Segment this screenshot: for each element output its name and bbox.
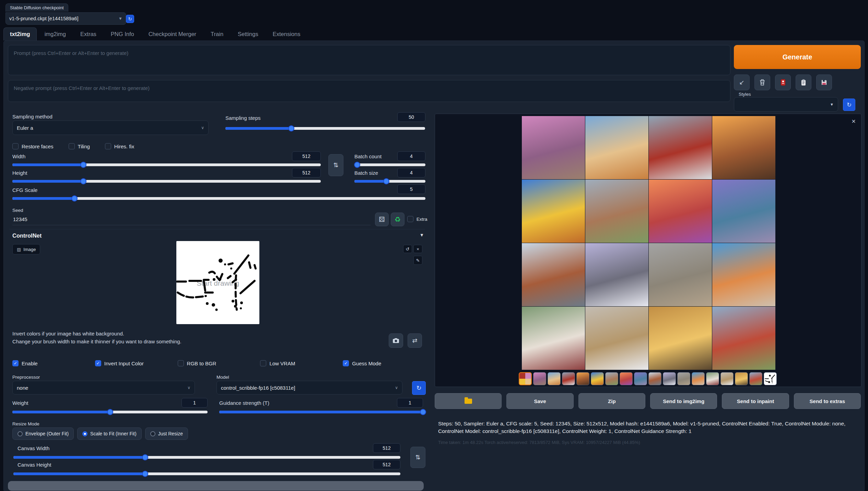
canvas-width-slider[interactable] (13, 454, 400, 460)
checkbox-rgb-to-bgr[interactable]: ✓RGB to BGR (178, 360, 260, 366)
thumbnail-colorful-street-blue-sky[interactable] (692, 372, 705, 385)
weight-value[interactable]: 1 (181, 398, 208, 408)
checkbox-restore-faces[interactable]: ✓Restore faces (12, 143, 54, 149)
radio-scale-to-fit-inner-fit-[interactable]: Scale to Fit (Inner Fit) (77, 427, 142, 440)
gallery-image-stone-house-gray-sky[interactable] (585, 180, 648, 243)
checkbox-guess-mode[interactable]: ✓Guess Mode (343, 360, 425, 366)
open-folder-button[interactable] (435, 393, 502, 409)
tab-extensions[interactable]: Extensions (266, 27, 307, 41)
thumbnail-sunset-silhouette-house[interactable] (576, 372, 589, 385)
thumbnail-montage[interactable] (519, 372, 532, 385)
height-slider[interactable] (12, 178, 321, 184)
gallery-image-red-white-house-sunset[interactable] (649, 180, 712, 243)
gallery-image-sunset-silhouette-house[interactable] (712, 116, 775, 179)
apply-style-button[interactable] (796, 75, 811, 90)
swap-canvas-dimensions-button[interactable]: ⇅ (410, 447, 425, 468)
controlnet-image-tab[interactable]: ▨ Image (12, 244, 40, 254)
controlnet-drawing-canvas[interactable]: Start drawing (176, 241, 259, 324)
gallery-image-village-street-pink-sunset[interactable] (522, 116, 585, 179)
webcam-button[interactable] (389, 333, 403, 348)
controlnet-title[interactable]: ControlNet (12, 232, 42, 239)
tab-png-info[interactable]: PNG Info (104, 27, 141, 41)
tab-settings[interactable]: Settings (231, 27, 265, 41)
thumbnail-stone-house-gray-sky[interactable] (605, 372, 618, 385)
thumbnail-yellow-house-blue-sky[interactable] (591, 372, 604, 385)
gallery-image-snowy-mountain-cabin[interactable] (585, 307, 648, 370)
thumbnail-snowy-mountain-cabin[interactable] (720, 372, 734, 385)
sampling-steps-slider[interactable] (225, 125, 425, 132)
guidance-strength-value[interactable]: 1 (397, 398, 423, 408)
send-to-extras-button[interactable]: Send to extras (794, 393, 861, 409)
seed-extra-checkbox[interactable]: ✓ Extra (407, 216, 427, 222)
height-value[interactable]: 512 (292, 168, 321, 178)
canvas-undo-button[interactable]: ↺ (403, 245, 412, 253)
batch-size-value[interactable]: 4 (397, 168, 425, 178)
gallery-image-snowy-houses-lavender[interactable] (585, 243, 648, 306)
batch-count-slider[interactable] (354, 162, 425, 168)
refresh-checkpoints-button[interactable]: ↻ (126, 15, 134, 23)
refresh-styles-button[interactable]: ↻ (843, 99, 855, 111)
save-button[interactable]: Save (506, 393, 573, 409)
thumbnail-red-white-house-sunset[interactable] (620, 372, 633, 385)
random-seed-button[interactable]: ⚄ (375, 213, 389, 226)
canvas-height-value[interactable]: 512 (373, 460, 400, 469)
extra-networks-button[interactable] (775, 75, 791, 90)
gallery-image-rust-houses-road[interactable] (522, 243, 585, 306)
prompt-input[interactable] (8, 45, 730, 75)
gallery-image-gray-farmhouse[interactable] (649, 243, 712, 306)
gallery-image-colorful-street-blue-sky[interactable] (712, 243, 775, 306)
thumbnail-rust-houses-road[interactable] (648, 372, 661, 385)
thumbnail-red-houses-snowy-mountain[interactable] (562, 372, 575, 385)
radio-envelope-outer-fit-[interactable]: Envelope (Outer Fit) (12, 427, 74, 440)
batch-count-value[interactable]: 4 (397, 151, 425, 161)
gallery-image-teal-house-dusk-sun[interactable] (712, 180, 775, 243)
save-style-button[interactable] (816, 75, 832, 90)
refresh-models-button[interactable]: ↻ (412, 381, 426, 395)
batch-size-slider[interactable] (354, 178, 425, 184)
gallery-image-tan-house-red-roof[interactable] (585, 116, 648, 179)
checkbox-enable[interactable]: ✓Enable (12, 360, 95, 366)
seed-input[interactable] (12, 213, 371, 225)
checkpoint-dropdown[interactable]: v1-5-pruned.ckpt [e1441589a6] ▼ (5, 12, 126, 25)
gallery-image-red-barn-green-field[interactable] (712, 307, 775, 370)
preprocessor-dropdown[interactable]: none ∨ (12, 381, 195, 395)
generate-button[interactable]: Generate (734, 45, 861, 69)
gallery-image-golden-sunset-house[interactable] (649, 307, 712, 370)
sampling-steps-value[interactable]: 50 (397, 112, 425, 122)
tab-txt2img[interactable]: txt2img (3, 27, 37, 41)
weight-slider[interactable] (12, 409, 208, 415)
thumbnail-snowy-houses-lavender[interactable] (663, 372, 676, 385)
negative-prompt-input[interactable] (8, 80, 730, 102)
mirror-webcam-button[interactable]: ⇄ (408, 333, 422, 348)
width-value[interactable]: 512 (292, 151, 321, 161)
thumbnail-red-barn-green-field[interactable] (749, 372, 762, 385)
checkbox-hires.-fix[interactable]: ✓Hires. fix (105, 143, 134, 149)
gallery-image-yellow-house-blue-sky[interactable] (522, 180, 585, 243)
tab-checkpoint-merger[interactable]: Checkpoint Merger (142, 27, 203, 41)
width-slider[interactable] (12, 162, 321, 168)
model-dropdown[interactable]: control_scribble-fp16 [c508311e] ∨ (216, 381, 402, 395)
gallery-close-button[interactable]: × (852, 117, 856, 125)
cfg-scale-value[interactable]: 5 (397, 184, 425, 194)
radio-just-resize[interactable]: Just Resize (145, 427, 188, 440)
send-to-inpaint-button[interactable]: Send to inpaint (722, 393, 789, 409)
canvas-clear-button[interactable]: × (413, 245, 422, 253)
thumbnail-gray-farmhouse[interactable] (677, 372, 690, 385)
reuse-seed-button[interactable]: ♻ (391, 213, 404, 226)
thumbnail-white-house-red-foliage[interactable] (706, 372, 719, 385)
thumbnail-scribble[interactable] (764, 372, 777, 385)
canvas-width-value[interactable]: 512 (373, 443, 400, 453)
cfg-scale-slider[interactable] (12, 195, 425, 202)
styles-dropdown[interactable]: ▼ (734, 97, 838, 112)
tab-extras[interactable]: Extras (74, 27, 103, 41)
gallery-image-white-house-red-foliage[interactable] (522, 307, 585, 370)
sampling-method-dropdown[interactable]: Euler a ∨ (12, 121, 209, 135)
paste-parameters-button[interactable]: ↙ (734, 75, 750, 90)
checkbox-tiling[interactable]: ✓Tiling (69, 143, 90, 149)
thumbnail-village-street-pink-sunset[interactable] (533, 372, 546, 385)
tab-img2img[interactable]: img2img (38, 27, 72, 41)
clear-prompt-button[interactable] (754, 75, 770, 90)
canvas-brush-button[interactable]: ✎ (413, 256, 422, 265)
thumbnail-teal-house-dusk-sun[interactable] (634, 372, 647, 385)
checkbox-low-vram[interactable]: ✓Low VRAM (260, 360, 343, 366)
